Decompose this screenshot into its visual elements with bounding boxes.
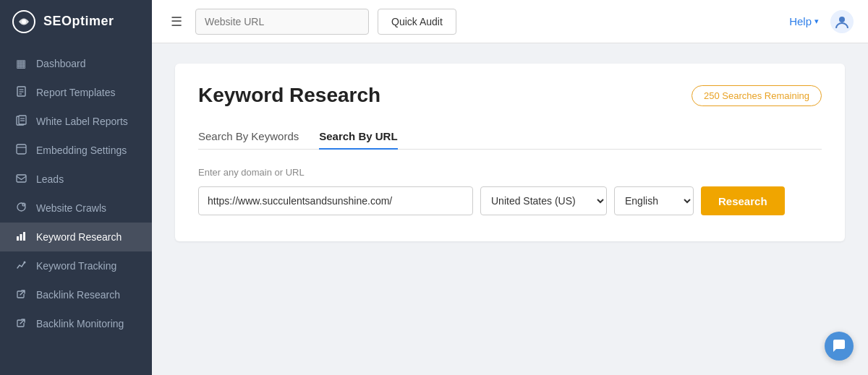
- content-card: Keyword Research 250 Searches Remaining …: [175, 64, 845, 241]
- sidebar-item-label: Website Crawls: [36, 202, 106, 214]
- sidebar-item-report-templates[interactable]: Report Templates: [0, 78, 152, 107]
- logo-icon: [12, 9, 36, 34]
- help-label: Help: [789, 15, 812, 27]
- avatar: [830, 10, 854, 33]
- sidebar-item-backlink-monitoring[interactable]: Backlink Monitoring: [0, 309, 152, 338]
- svg-rect-18: [23, 232, 25, 241]
- website-crawls-icon: [14, 202, 27, 215]
- sidebar-item-label: Report Templates: [36, 87, 115, 98]
- svg-point-2: [839, 17, 845, 22]
- topbar: SEOptimer ☰ Quick Audit Help ▾: [0, 0, 868, 43]
- quick-audit-button[interactable]: Quick Audit: [378, 9, 456, 35]
- tab-search-by-url[interactable]: Search By URL: [319, 124, 397, 150]
- searches-remaining-badge: 250 Searches Remaining: [692, 85, 822, 106]
- search-instructions: Enter any domain or URL: [198, 167, 822, 178]
- website-url-input[interactable]: [195, 9, 369, 35]
- dashboard-icon: ▦: [14, 57, 27, 70]
- sidebar-item-label: White Label Reports: [36, 116, 128, 127]
- embedding-icon: [14, 144, 27, 157]
- sidebar-item-label: Backlink Monitoring: [36, 318, 124, 329]
- sidebar-item-label: Keyword Research: [36, 231, 122, 243]
- sidebar-item-embedding-settings[interactable]: Embedding Settings: [0, 136, 152, 165]
- keyword-tracking-icon: [14, 259, 27, 272]
- white-label-icon: [14, 115, 27, 128]
- chevron-down-icon: ▾: [814, 17, 819, 26]
- main-content: Keyword Research 250 Searches Remaining …: [152, 43, 868, 375]
- page-title: Keyword Research: [198, 84, 380, 107]
- backlink-research-icon: [14, 288, 27, 301]
- sidebar-item-label: Backlink Research: [36, 289, 120, 301]
- language-select[interactable]: English Spanish French German: [614, 186, 694, 215]
- user-avatar-button[interactable]: [827, 7, 856, 36]
- chat-bubble-button[interactable]: [825, 332, 854, 361]
- main-layout: ▦ Dashboard Report Templates White Label…: [0, 43, 868, 375]
- sidebar-item-leads[interactable]: Leads: [0, 165, 152, 194]
- svg-rect-16: [17, 236, 19, 241]
- sidebar-item-label: Leads: [36, 173, 64, 185]
- svg-rect-13: [17, 175, 26, 182]
- svg-point-14: [17, 203, 25, 211]
- sidebar-item-label: Dashboard: [36, 58, 86, 69]
- tabs: Search By Keywords Search By URL: [198, 124, 822, 150]
- sidebar: ▦ Dashboard Report Templates White Label…: [0, 43, 152, 375]
- svg-point-19: [23, 262, 25, 264]
- page-header: Keyword Research 250 Searches Remaining: [198, 84, 822, 107]
- hamburger-button[interactable]: ☰: [166, 9, 187, 34]
- sidebar-item-label: Keyword Tracking: [36, 260, 116, 272]
- sidebar-item-keyword-tracking[interactable]: Keyword Tracking: [0, 251, 152, 280]
- help-button[interactable]: Help ▾: [789, 15, 819, 27]
- report-templates-icon: [14, 86, 27, 99]
- keyword-research-icon: [14, 230, 27, 243]
- backlink-monitoring-icon: [14, 317, 27, 330]
- tab-search-by-keywords[interactable]: Search By Keywords: [198, 124, 299, 150]
- sidebar-item-backlink-research[interactable]: Backlink Research: [0, 280, 152, 309]
- sidebar-item-label: Embedding Settings: [36, 145, 127, 156]
- svg-rect-11: [17, 145, 26, 154]
- logo-text: SEOptimer: [43, 14, 114, 29]
- sidebar-item-website-crawls[interactable]: Website Crawls: [0, 194, 152, 223]
- search-row: United States (US) United Kingdom (UK) C…: [198, 186, 822, 215]
- research-button[interactable]: Research: [701, 186, 785, 215]
- svg-point-1: [22, 20, 26, 24]
- sidebar-item-dashboard[interactable]: ▦ Dashboard: [0, 49, 152, 78]
- leads-icon: [14, 173, 27, 186]
- domain-url-input[interactable]: [198, 186, 473, 215]
- sidebar-item-keyword-research[interactable]: Keyword Research: [0, 223, 152, 251]
- country-select[interactable]: United States (US) United Kingdom (UK) C…: [480, 186, 607, 215]
- logo-area: SEOptimer: [0, 0, 152, 43]
- sidebar-item-white-label-reports[interactable]: White Label Reports: [0, 107, 152, 136]
- svg-rect-8: [19, 116, 26, 124]
- svg-rect-17: [20, 234, 22, 241]
